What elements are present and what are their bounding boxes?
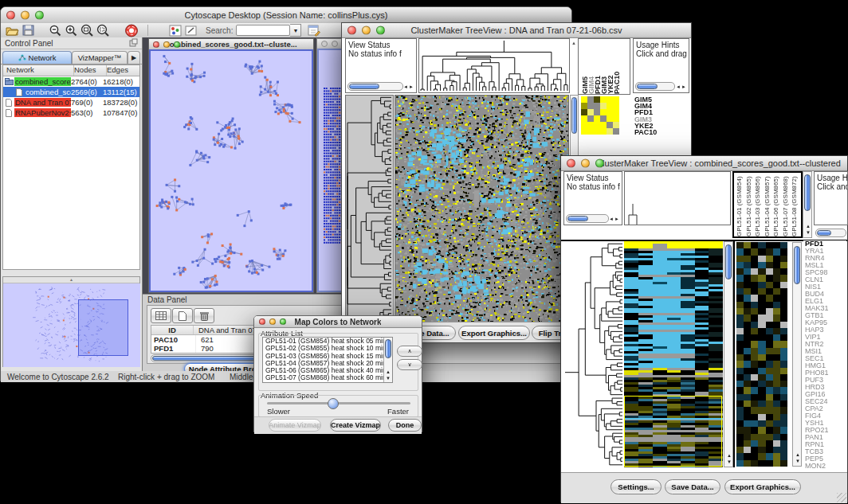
tv1-button-export-graphics[interactable]: Export Graphics...: [458, 326, 530, 340]
scroll-right-icon[interactable]: ►: [409, 84, 414, 89]
tab-network[interactable]: Network: [2, 51, 72, 64]
tv2-column-label[interactable]: GPL51-06 (GSM865): [772, 173, 782, 236]
gene-label[interactable]: MON2: [805, 463, 846, 470]
tv1-column-labels[interactable]: GIM5GIM4PFD1GIM3YKE2PAC10: [578, 38, 630, 95]
save-session-icon[interactable]: [20, 23, 36, 37]
zoom-in-icon[interactable]: [63, 23, 79, 37]
tv2-column-label[interactable]: GPL51-08 (GSM872): [791, 173, 800, 236]
zoom-selected-icon[interactable]: [79, 23, 95, 37]
scroll-up-icon[interactable]: ▲: [806, 224, 811, 229]
scroll-up-icon[interactable]: ▲: [795, 452, 800, 457]
close-button[interactable]: [567, 159, 575, 168]
tv2-column-label[interactable]: GPL51-04 (GSM857): [764, 173, 773, 236]
tv1-row-label[interactable]: PAC10: [634, 129, 689, 135]
col-nodes[interactable]: Nodes: [74, 65, 107, 76]
attribute-down-button[interactable]: ∨: [397, 359, 422, 370]
tv2-column-label[interactable]: GPL51-03 (GSM856): [754, 173, 764, 236]
scroll-down-icon[interactable]: ▼: [806, 230, 811, 235]
tv2-button-save-data[interactable]: Save Data...: [665, 479, 720, 494]
tv1-column-label[interactable]: YKE2: [607, 39, 613, 94]
attribute-list-vscrollbar[interactable]: ▲ ▼: [383, 338, 392, 382]
id-column-header[interactable]: ID: [151, 326, 194, 334]
zoom-button[interactable]: [280, 318, 286, 325]
zoom-button[interactable]: [35, 11, 44, 20]
tv2-column-label[interactable]: GPL51-07 (GSM868): [782, 173, 791, 236]
tv2-top-dendrogram[interactable]: [624, 171, 731, 225]
tv2-zoom-heatmap[interactable]: [736, 242, 787, 467]
network-grid-canvas[interactable]: [323, 86, 342, 245]
map-colors-dialog[interactable]: Map Colors to Network Attribute List GPL…: [253, 315, 422, 432]
help-ring-icon[interactable]: [124, 23, 139, 37]
tv2-collabel-vscrollbar[interactable]: ▲ ▼: [803, 171, 812, 238]
open-session-icon[interactable]: [4, 23, 20, 37]
close-button[interactable]: [321, 41, 328, 47]
scroll-down-icon[interactable]: ▼: [727, 459, 732, 464]
minimize-button[interactable]: [269, 318, 276, 325]
zoom-button[interactable]: [595, 159, 604, 168]
scroll-left-icon[interactable]: ◄: [609, 217, 614, 221]
network-list-row[interactable]: DNA and Tran 07769(0)183728(0): [3, 97, 139, 107]
zoom-button[interactable]: [174, 41, 180, 48]
attribute-item[interactable]: GPL51-07 (GSM868) heat shock 60 min: [263, 374, 392, 381]
network-list-row[interactable]: RNAPuberNov2+563(0)107847(0): [3, 107, 139, 118]
tv2-heatmap[interactable]: [624, 241, 723, 467]
attribute-up-button[interactable]: ∧: [397, 346, 422, 357]
main-titlebar[interactable]: Cytoscape Desktop (Session Name: collins…: [1, 7, 571, 24]
tv1-row-labels[interactable]: GIM5GIM4PFD1GIM3YKE2PAC10: [634, 96, 689, 135]
tv2-zoom-vscrollbar[interactable]: ▲ ▼: [792, 242, 802, 467]
minimize-button[interactable]: [163, 41, 170, 48]
datapanel-new-doc-icon[interactable]: [172, 308, 193, 323]
scroll-left-icon[interactable]: ◄: [403, 84, 408, 89]
birds-eye-view[interactable]: ▲: [2, 276, 140, 367]
speed-slider-track[interactable]: [267, 402, 410, 404]
tv2-gene-list[interactable]: PFD1YRA1RNR4MSL1SPC98CLN1NIS1BUD4ELG1MAK…: [803, 240, 846, 470]
tv2-hints-scrollbar[interactable]: [815, 229, 846, 237]
float-panel-icon[interactable]: [129, 38, 138, 49]
network-list-row[interactable]: combined_scores2764(0)16218(0): [3, 76, 139, 87]
tv1-heatmap[interactable]: [395, 95, 569, 327]
animate-vizmap-button[interactable]: Animate Vizmap: [269, 419, 321, 432]
scroll-down-icon[interactable]: ▼: [795, 459, 800, 463]
search-input[interactable]: [236, 25, 290, 36]
tab-overflow-arrow[interactable]: ▶: [128, 51, 140, 64]
annotation-icon[interactable]: [183, 23, 199, 37]
zoom-button[interactable]: [376, 26, 385, 35]
tv2-column-label[interactable]: GPL51-02 (GSM855): [745, 173, 755, 236]
treeview2-window[interactable]: ClusterMaker TreeView : combined_scores_…: [560, 155, 848, 502]
close-button[interactable]: [153, 41, 159, 48]
network-view-window[interactable]: combined_scores_good.txt--cluste...: [148, 38, 314, 293]
scroll-down-icon[interactable]: ▼: [386, 376, 391, 381]
done-button[interactable]: Done: [388, 419, 422, 432]
close-button[interactable]: [259, 318, 265, 325]
search-dropdown-arrow[interactable]: ▼: [290, 24, 301, 37]
resize-grip[interactable]: [837, 493, 846, 502]
speed-slider-thumb[interactable]: [328, 398, 339, 409]
tv1-column-label[interactable]: PAC10: [613, 39, 619, 94]
network-graph-canvas[interactable]: [151, 51, 312, 291]
minimize-button[interactable]: [21, 11, 29, 20]
zoom-fit-icon[interactable]: [95, 23, 111, 37]
datapanel-table-icon[interactable]: [151, 308, 171, 323]
tv1-row-dendrogram[interactable]: [345, 95, 394, 327]
scroll-right-icon[interactable]: ►: [614, 217, 619, 221]
tv1-top-dendrogram[interactable]: [418, 38, 570, 93]
tv1-column-label[interactable]: PFD1: [594, 39, 600, 94]
close-button[interactable]: [347, 26, 356, 35]
tv1-status-scrollbar[interactable]: [347, 82, 403, 91]
tv1-hints-scrollbar[interactable]: [635, 82, 675, 91]
tv2-row-dendrogram[interactable]: [563, 242, 624, 467]
attribute-browser-icon[interactable]: [306, 23, 322, 37]
minimize-button[interactable]: [581, 159, 590, 168]
tv2-column-labels[interactable]: GPL51-01 (GSM854)GPL51-02 (GSM855)GPL51-…: [732, 171, 803, 238]
tv1-column-label[interactable]: GIM4: [587, 39, 594, 94]
col-edges[interactable]: Edges: [107, 65, 139, 76]
zoom-out-icon[interactable]: [47, 23, 63, 37]
col-network[interactable]: Network: [3, 65, 74, 76]
scroll-right-icon[interactable]: ►: [681, 84, 686, 89]
tv2-button-settings[interactable]: Settings...: [610, 479, 662, 494]
tab-vizmapper[interactable]: VizMapper™: [72, 51, 128, 64]
vizmapper-icon[interactable]: [167, 23, 183, 37]
tv1-column-label[interactable]: GIM5: [581, 39, 587, 94]
attribute-listbox[interactable]: GPL51-01 (GSM854) heat shock 05 minGPL51…: [262, 337, 393, 383]
overview-canvas[interactable]: [3, 283, 140, 367]
